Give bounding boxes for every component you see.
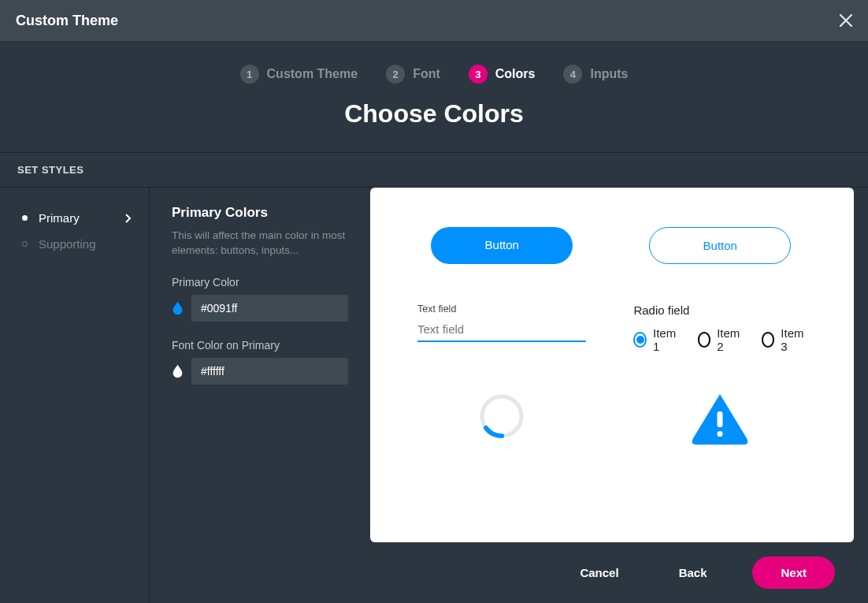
next-button[interactable]: Next	[752, 556, 835, 589]
footer: Cancel Back Next	[370, 542, 854, 603]
cancel-button[interactable]: Cancel	[566, 558, 632, 587]
titlebar: Custom Theme	[0, 0, 868, 41]
radio-option-label: Item 1	[653, 326, 679, 353]
preview-wrap: Button Button Text field Radio field Ite…	[370, 188, 868, 603]
sidebar-item-label: Primary	[39, 211, 125, 225]
preview-text-field: Text field	[417, 303, 586, 353]
radio-options: Item 1 Item 2 Item 3	[633, 326, 807, 353]
radio-field-label: Radio field	[633, 303, 807, 317]
custom-theme-modal: Custom Theme 1 Custom Theme 2 Font 3 Col…	[0, 0, 868, 603]
preview-warning	[690, 393, 750, 448]
step-label: Custom Theme	[267, 67, 358, 81]
preview-panel: Button Button Text field Radio field Ite…	[370, 188, 854, 542]
warning-icon	[690, 393, 750, 445]
sidebar-item-label: Supporting	[39, 237, 132, 251]
close-icon	[839, 13, 853, 28]
config-heading: Primary Colors	[172, 205, 348, 221]
font-color-input[interactable]	[191, 358, 348, 385]
back-button[interactable]: Back	[665, 558, 721, 587]
radio-icon	[762, 332, 775, 348]
spinner-icon	[478, 393, 525, 440]
primary-color-input[interactable]	[191, 295, 348, 322]
text-field-input[interactable]	[417, 318, 586, 342]
text-field-label: Text field	[417, 303, 586, 315]
preview-spinner	[478, 393, 525, 448]
panels: Primary Supporting Primary Colors This w…	[0, 188, 868, 603]
primary-color-label: Primary Color	[172, 276, 348, 288]
font-color-row	[172, 358, 348, 385]
content: SET STYLES Primary Supporting Primary Co…	[0, 152, 868, 603]
config-description: This will affect the main color in most …	[172, 229, 348, 259]
section-header: SET STYLES	[0, 153, 868, 188]
radio-icon	[698, 332, 711, 348]
sidebar-item-supporting[interactable]: Supporting	[0, 231, 149, 257]
stepper: 1 Custom Theme 2 Font 3 Colors 4 Inputs	[0, 41, 868, 99]
preview-button-solid[interactable]: Button	[431, 227, 573, 264]
step-inputs[interactable]: 4 Inputs	[563, 65, 628, 84]
close-button[interactable]	[836, 11, 855, 30]
radio-icon	[633, 332, 647, 348]
chevron-right-icon	[125, 214, 132, 223]
drop-icon	[172, 363, 184, 380]
primary-color-row	[172, 295, 348, 322]
radio-option-3[interactable]: Item 3	[762, 326, 807, 353]
font-color-label: Font Color on Primary	[172, 339, 348, 352]
step-custom-theme[interactable]: 1 Custom Theme	[240, 65, 358, 84]
bullet-icon	[22, 215, 28, 221]
drop-icon	[172, 300, 184, 317]
step-number: 3	[469, 65, 488, 84]
step-label: Colors	[495, 67, 536, 81]
sidebar: Primary Supporting	[0, 188, 150, 603]
svg-rect-4	[718, 431, 723, 437]
sidebar-item-primary[interactable]: Primary	[0, 205, 149, 231]
radio-option-label: Item 2	[717, 326, 743, 353]
modal-title: Custom Theme	[16, 13, 118, 29]
step-font[interactable]: 2 Font	[386, 65, 440, 84]
step-label: Font	[413, 67, 440, 81]
radio-option-1[interactable]: Item 1	[633, 326, 678, 353]
svg-rect-3	[718, 411, 723, 427]
step-number: 2	[386, 65, 405, 84]
bullet-icon	[22, 241, 28, 247]
radio-option-label: Item 3	[781, 326, 807, 353]
preview-button-outline[interactable]: Button	[649, 227, 791, 264]
config-panel: Primary Colors This will affect the main…	[150, 188, 370, 603]
radio-option-2[interactable]: Item 2	[698, 326, 743, 353]
step-number: 1	[240, 65, 259, 84]
page-title: Choose Colors	[0, 99, 868, 152]
step-number: 4	[563, 65, 582, 84]
step-colors[interactable]: 3 Colors	[469, 65, 536, 84]
step-label: Inputs	[590, 67, 628, 81]
preview-radio-field: Radio field Item 1 Item 2	[633, 303, 807, 353]
